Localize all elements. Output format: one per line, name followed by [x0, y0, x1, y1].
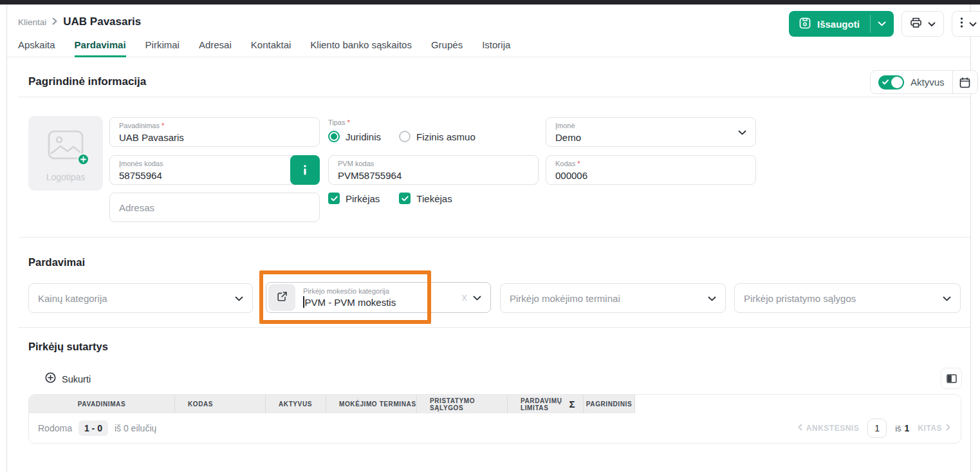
- next-page-button[interactable]: KITAS: [918, 424, 950, 433]
- imone-select[interactable]: Įmonė Demo: [546, 117, 756, 147]
- previous-page-button[interactable]: ANKSTESNIS: [798, 424, 859, 433]
- circle-plus-icon: [45, 372, 56, 386]
- rows-total-label: iš 0 eilučių: [115, 423, 156, 433]
- header-actions: Išsaugoti: [789, 11, 980, 37]
- mokejimo-terminai-select[interactable]: Pirkėjo mokėjimo terminai: [500, 283, 726, 313]
- tab-kliento-banko-saskaitos[interactable]: Kliento banko sąskaitos: [310, 37, 412, 57]
- column-header-pavadinimas[interactable]: PAVADINIMAS: [29, 395, 175, 413]
- company-info-button[interactable]: [290, 155, 320, 185]
- calendar-button[interactable]: [953, 71, 977, 93]
- top-dark-strip: [0, 0, 980, 5]
- contracts-table: PAVADINIMAS KODAS AKTYVUS MOKĖJIMO TERMI…: [28, 394, 961, 444]
- kodas-value[interactable]: 000006: [555, 169, 746, 182]
- pagination: ANKSTESNIS 1 iš1 KITAS: [798, 419, 950, 438]
- pvm-kodas-value[interactable]: PVM58755964: [338, 169, 529, 182]
- checkbox-checked-icon[interactable]: [328, 193, 340, 204]
- breadcrumb-parent-link[interactable]: Klientai: [18, 17, 46, 27]
- pavadinimas-field[interactable]: Pavadinimas* UAB Pavasaris: [109, 117, 320, 147]
- create-contract-button[interactable]: Sukurti: [45, 372, 91, 386]
- checkbox-tiekejas[interactable]: Tiekėjas: [399, 193, 452, 204]
- chevron-down-icon[interactable]: [708, 292, 716, 304]
- rows-summary: Rodoma 1 - 0 iš 0 eilučių: [38, 420, 156, 436]
- print-button[interactable]: [901, 11, 944, 37]
- tipas-label: Tipas*: [328, 118, 350, 126]
- save-dropdown-button[interactable]: [871, 11, 894, 37]
- imones-kodas-value[interactable]: 58755964: [119, 169, 310, 182]
- clear-icon[interactable]: X: [461, 293, 467, 303]
- contracts-title: Pirkėjų sutartys: [28, 341, 108, 353]
- column-header-pardavimu-limitas[interactable]: PARDAVIMŲ LIMITAS Σ: [508, 395, 584, 413]
- chevron-down-icon[interactable]: [738, 126, 746, 138]
- kainu-kategorija-select[interactable]: Kainų kategorija: [28, 283, 253, 313]
- column-header-aktyvus[interactable]: AKTYVUS: [266, 395, 326, 413]
- kodas-field[interactable]: Kodas* 000006: [546, 155, 756, 185]
- adresas-placeholder: Adresas: [119, 202, 310, 213]
- tax-category-value[interactable]: PVM - PVM mokestis: [305, 296, 396, 308]
- logo-label: Logotipas: [28, 172, 103, 182]
- logo-upload[interactable]: Logotipas: [28, 116, 103, 191]
- tipas-radio-group: Juridinis Fizinis asmuo: [328, 131, 476, 142]
- printer-icon: [910, 17, 922, 31]
- roles-checkbox-group: Pirkėjas Tiekėjas: [328, 193, 452, 204]
- breadcrumb-chevron-icon: [52, 16, 57, 28]
- checkbox-checked-icon[interactable]: [399, 193, 411, 204]
- active-toggle[interactable]: Aktyvus: [871, 75, 952, 90]
- checkbox-pirkejas[interactable]: Pirkėjas: [328, 193, 380, 204]
- sum-icon[interactable]: Σ: [569, 401, 575, 408]
- tab-kontaktai[interactable]: Kontaktai: [251, 37, 291, 57]
- tax-category-combo[interactable]: Pirkėjo mokesčio kategorija PVM - PVM mo…: [266, 282, 491, 313]
- column-settings-button[interactable]: [941, 368, 962, 389]
- chevron-down-icon[interactable]: [235, 292, 243, 304]
- tab-adresai[interactable]: Adresai: [199, 37, 232, 57]
- page: Klientai UAB Pavasaris Išsaugoti: [0, 0, 980, 472]
- tab-grupes[interactable]: Grupės: [431, 37, 463, 57]
- radio-selected-icon[interactable]: [328, 131, 340, 142]
- text-cursor: [303, 296, 304, 308]
- page-title: UAB Pavasaris: [63, 15, 141, 28]
- toggle-switch-on[interactable]: [878, 75, 904, 90]
- imones-kodas-field[interactable]: Įmonės kodas 58755964: [109, 155, 320, 185]
- save-button[interactable]: Išsaugoti: [789, 11, 894, 37]
- radio-unselected-icon[interactable]: [399, 131, 411, 142]
- showing-label: Rodoma: [38, 423, 72, 433]
- rows-range-badge: 1 - 0: [79, 420, 108, 436]
- main-info-title: Pagrindinė informacija: [28, 75, 146, 88]
- chevron-down-icon[interactable]: [943, 292, 951, 304]
- radio-juridinis[interactable]: Juridinis: [328, 131, 381, 142]
- column-header-mokejimo-terminas[interactable]: MOKĖJIMO TERMINAS: [326, 395, 417, 413]
- chevron-right-icon: [946, 424, 950, 433]
- imones-kodas-label: Įmonės kodas: [119, 160, 310, 168]
- tab-pirkimai[interactable]: Pirkimai: [145, 37, 180, 57]
- save-icon: [799, 17, 811, 31]
- pristatymo-salygos-placeholder: Pirkėjo pristatymo sąlygos: [744, 293, 951, 304]
- chevron-down-icon[interactable]: [473, 292, 481, 303]
- adresas-field[interactable]: Adresas: [109, 193, 320, 222]
- active-toggle-label: Aktyvus: [911, 77, 945, 88]
- mokejimo-terminai-placeholder: Pirkėjo mokėjimo terminai: [510, 293, 716, 304]
- current-page-input[interactable]: 1: [867, 419, 887, 438]
- required-marker: *: [347, 118, 350, 126]
- kodas-label: Kodas: [555, 160, 575, 168]
- radio-fizinis-asmuo[interactable]: Fizinis asmuo: [399, 131, 476, 142]
- print-dropdown-chevron-icon[interactable]: [928, 18, 936, 30]
- tab-istorija[interactable]: Istorija: [482, 37, 510, 57]
- more-actions-button[interactable]: [952, 11, 980, 37]
- section-divider: [18, 327, 970, 328]
- tab-pardavimai[interactable]: Pardavimai: [75, 37, 126, 57]
- column-header-pristatymo-salygos[interactable]: PRISTATYMO SĄLYGOS: [417, 395, 508, 413]
- pvm-kodas-field[interactable]: PVM kodas PVM58755964: [328, 155, 539, 185]
- pristatymo-salygos-select[interactable]: Pirkėjo pristatymo sąlygos: [734, 283, 961, 313]
- chevron-left-icon: [798, 424, 802, 433]
- imone-label: Įmonė: [555, 122, 746, 130]
- column-header-pagrindinis[interactable]: PAGRINDINIS: [584, 395, 635, 413]
- open-tax-category-button[interactable]: [268, 284, 295, 311]
- more-actions-chevron-icon[interactable]: [969, 18, 977, 30]
- kebab-icon: [960, 17, 963, 30]
- save-button-label: Išsaugoti: [817, 19, 860, 30]
- column-header-kodas[interactable]: KODAS: [175, 395, 266, 413]
- tab-apskaita[interactable]: Apskaita: [18, 37, 55, 57]
- add-logo-plus-icon[interactable]: [77, 153, 89, 165]
- kainu-kategorija-placeholder: Kainų kategorija: [38, 293, 243, 304]
- imone-value[interactable]: Demo: [555, 131, 746, 144]
- pavadinimas-value[interactable]: UAB Pavasaris: [119, 131, 310, 144]
